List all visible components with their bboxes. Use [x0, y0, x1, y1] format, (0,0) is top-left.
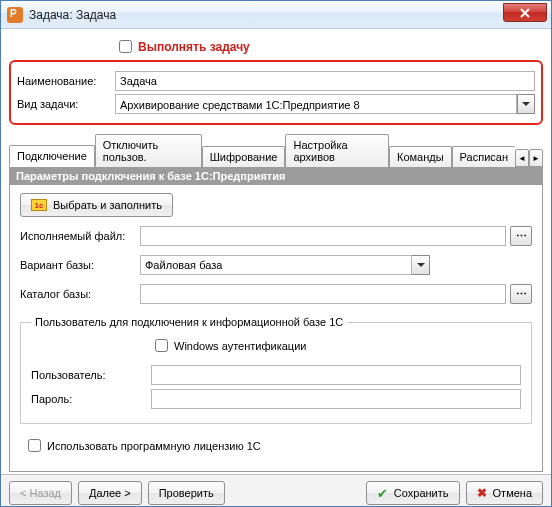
app-icon — [7, 7, 23, 23]
program-license-label: Использовать программную лицензию 1С — [47, 440, 261, 452]
check-icon: ✔ — [377, 486, 388, 501]
executable-input[interactable] — [140, 226, 506, 246]
save-button[interactable]: ✔ Сохранить — [366, 481, 460, 505]
task-type-dropdown-button[interactable] — [517, 94, 535, 114]
name-label: Наименование: — [17, 75, 115, 87]
base-variant-label: Вариант базы: — [20, 259, 140, 271]
save-label: Сохранить — [394, 487, 449, 499]
cancel-button[interactable]: ✖ Отмена — [466, 481, 543, 505]
one-c-icon: 1c — [31, 199, 47, 211]
base-variant-dropdown-button[interactable] — [412, 255, 430, 275]
check-label: Проверить — [159, 487, 214, 499]
back-button[interactable]: < Назад — [9, 481, 72, 505]
close-button[interactable] — [503, 3, 547, 22]
execute-task-checkbox[interactable] — [119, 40, 132, 53]
password-input[interactable] — [151, 389, 521, 409]
cancel-label: Отмена — [493, 487, 532, 499]
chevron-down-icon — [522, 100, 530, 108]
window-title: Задача: Задача — [29, 8, 116, 22]
ellipsis-icon: ⋯ — [516, 230, 527, 243]
tabs-scroll-right[interactable]: ► — [529, 149, 543, 167]
program-license-checkbox[interactable] — [28, 439, 41, 452]
name-input[interactable] — [115, 71, 535, 91]
tab-connection[interactable]: Подключение — [9, 145, 95, 167]
chevron-down-icon — [417, 261, 425, 269]
select-and-fill-button[interactable]: 1c Выбрать и заполнить — [20, 193, 173, 217]
tab-archive-settings[interactable]: Настройка архивов — [285, 134, 389, 167]
auth-legend: Пользователь для подключения к информаци… — [31, 316, 347, 328]
tab-encryption[interactable]: Шифрование — [202, 146, 286, 167]
next-label: Далее > — [89, 487, 131, 499]
close-icon — [520, 8, 530, 18]
check-button[interactable]: Проверить — [148, 481, 225, 505]
task-type-label: Вид задачи: — [17, 98, 115, 110]
password-label: Пароль: — [31, 393, 151, 405]
select-and-fill-label: Выбрать и заполнить — [53, 199, 162, 211]
execute-task-label: Выполнять задачу — [138, 40, 250, 54]
tab-disconnect-users[interactable]: Отключить пользов. — [95, 134, 202, 167]
executable-label: Исполняемый файл: — [20, 230, 140, 242]
executable-browse-button[interactable]: ⋯ — [510, 226, 532, 246]
auth-group: Пользователь для подключения к информаци… — [20, 316, 532, 424]
tabs: Подключение Отключить пользов. Шифровани… — [9, 133, 543, 167]
base-catalog-label: Каталог базы: — [20, 288, 140, 300]
base-catalog-browse-button[interactable]: ⋯ — [510, 284, 532, 304]
titlebar: Задача: Задача — [1, 1, 551, 29]
tab-schedule[interactable]: Расписан — [452, 146, 515, 167]
tab-commands[interactable]: Команды — [389, 146, 452, 167]
user-label: Пользователь: — [31, 369, 151, 381]
task-main-group: Наименование: Вид задачи: Архивирование … — [9, 60, 543, 125]
connection-section-header: Параметры подключения к базе 1С:Предприя… — [10, 167, 542, 185]
windows-auth-label: Windows аутентификации — [174, 340, 306, 352]
tab-body: Параметры подключения к базе 1С:Предприя… — [9, 167, 543, 472]
windows-auth-checkbox[interactable] — [155, 339, 168, 352]
back-label: < Назад — [20, 487, 61, 499]
cancel-icon: ✖ — [477, 486, 487, 500]
tabs-scroll-left[interactable]: ◄ — [515, 149, 529, 167]
bottom-bar: < Назад Далее > Проверить ✔ Сохранить ✖ … — [1, 474, 551, 507]
ellipsis-icon: ⋯ — [516, 288, 527, 301]
execute-task-row: Выполнять задачу — [9, 35, 543, 60]
user-input[interactable] — [151, 365, 521, 385]
task-type-select[interactable]: Архивирование средствами 1С:Предприятие … — [115, 94, 517, 114]
next-button[interactable]: Далее > — [78, 481, 142, 505]
base-catalog-input[interactable] — [140, 284, 506, 304]
base-variant-select[interactable] — [140, 255, 412, 275]
